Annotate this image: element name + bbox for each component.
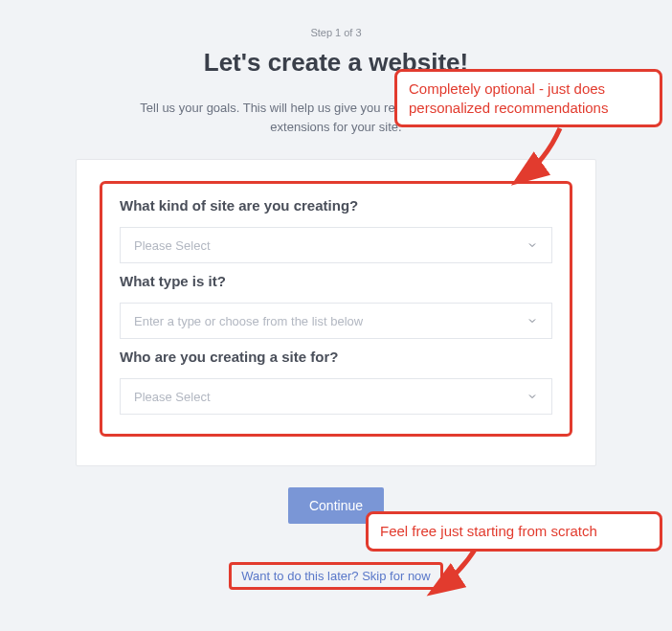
- arrow-icon: [507, 123, 584, 194]
- chevron-down-icon: [526, 239, 538, 251]
- annotation-optional: Completely optional - just does personal…: [394, 69, 662, 127]
- site-for-label: Who are you creating a site for?: [120, 349, 552, 365]
- site-for-placeholder: Please Select: [134, 390, 211, 404]
- chevron-down-icon: [526, 315, 538, 327]
- site-type-placeholder: Enter a type or choose from the list bel…: [134, 314, 363, 328]
- site-type-select[interactable]: Enter a type or choose from the list bel…: [120, 303, 552, 339]
- annotation-skip: Feel free just starting from scratch: [366, 511, 662, 552]
- site-kind-placeholder: Please Select: [134, 238, 211, 253]
- site-kind-label: What kind of site are you creating?: [120, 197, 552, 214]
- chevron-down-icon: [526, 391, 538, 402]
- site-kind-select[interactable]: Please Select: [120, 227, 552, 263]
- skip-link[interactable]: Want to do this later? Skip for now: [229, 562, 443, 590]
- step-indicator: Step 1 of 3: [0, 27, 672, 38]
- site-for-select[interactable]: Please Select: [120, 378, 552, 415]
- form-card: What kind of site are you creating? Plea…: [76, 159, 596, 466]
- site-type-label: What type is it?: [120, 273, 552, 289]
- form-highlight-box: What kind of site are you creating? Plea…: [100, 181, 572, 437]
